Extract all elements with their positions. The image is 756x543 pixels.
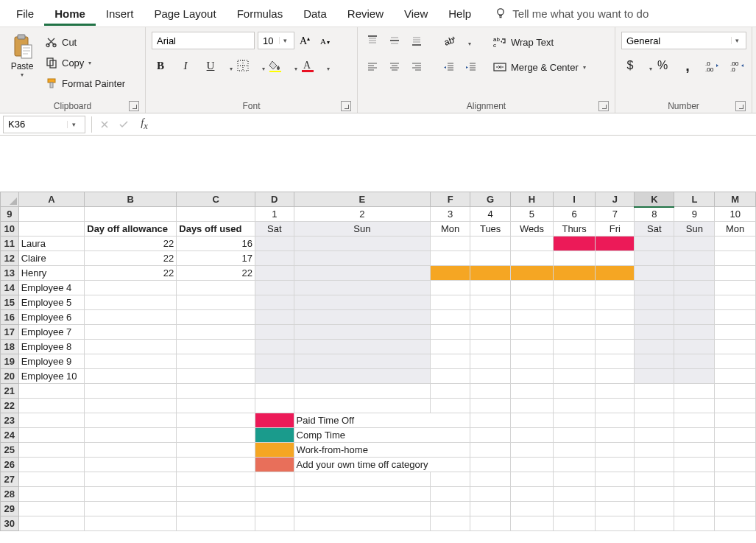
cell-M20[interactable] <box>715 369 756 384</box>
cell-C22[interactable] <box>177 399 255 413</box>
cell-M24[interactable] <box>715 428 756 443</box>
cell-M26[interactable] <box>715 458 756 472</box>
cell-E11[interactable] <box>294 237 430 251</box>
font-name-combo[interactable]: ▾ <box>152 32 255 49</box>
row-header-28[interactable]: 28 <box>1 487 19 502</box>
align-top-button[interactable] <box>364 32 381 49</box>
col-header-H[interactable]: H <box>511 192 554 207</box>
cell-E29[interactable] <box>294 502 430 516</box>
cell-K25[interactable] <box>635 443 674 458</box>
row-header-17[interactable]: 17 <box>1 325 19 340</box>
formula-input[interactable] <box>152 116 756 133</box>
cell-M30[interactable] <box>715 516 756 531</box>
cell-H24[interactable] <box>511 428 554 443</box>
cell-I23[interactable] <box>553 413 596 428</box>
col-header-J[interactable]: J <box>596 192 635 207</box>
font-size-dropdown[interactable]: ▾ <box>279 37 291 44</box>
cell-I16[interactable] <box>553 310 596 325</box>
cell-C9[interactable] <box>177 207 255 222</box>
cell-G25[interactable] <box>470 443 511 458</box>
row-header-11[interactable]: 11 <box>1 237 19 251</box>
cell-G18[interactable] <box>470 340 511 354</box>
cell-M14[interactable] <box>715 281 756 295</box>
cell-J13[interactable] <box>596 266 635 281</box>
cell-F21[interactable] <box>431 384 470 399</box>
cell-H18[interactable] <box>511 340 554 354</box>
cell-E12[interactable] <box>294 251 430 266</box>
cell-C16[interactable] <box>177 310 255 325</box>
cell-M22[interactable] <box>715 399 756 413</box>
accounting-format-button[interactable]: $ <box>621 57 646 74</box>
cell-F16[interactable] <box>431 310 470 325</box>
cell-C28[interactable] <box>177 487 255 502</box>
cell-K28[interactable] <box>635 487 674 502</box>
cell-F14[interactable] <box>431 281 470 295</box>
cell-G22[interactable] <box>470 399 511 413</box>
tell-me-search[interactable]: Tell me what you want to do <box>495 7 649 20</box>
cell-M10[interactable]: Mon <box>715 222 756 237</box>
cell-C17[interactable] <box>177 325 255 340</box>
cell-C10[interactable]: Days off used <box>177 222 255 237</box>
cell-L24[interactable] <box>674 428 715 443</box>
cell-A27[interactable] <box>18 472 85 487</box>
cell-J30[interactable] <box>596 516 635 531</box>
cell-J16[interactable] <box>596 310 635 325</box>
col-header-L[interactable]: L <box>674 192 715 207</box>
cell-B25[interactable] <box>85 443 177 458</box>
cell-D27[interactable] <box>255 472 294 487</box>
row-header-12[interactable]: 12 <box>1 251 19 266</box>
cell-F22[interactable] <box>431 399 470 413</box>
menu-view[interactable]: View <box>394 1 438 26</box>
cell-J11[interactable] <box>596 237 635 251</box>
menu-data[interactable]: Data <box>293 1 337 26</box>
cell-L12[interactable] <box>674 251 715 266</box>
cell-M28[interactable] <box>715 487 756 502</box>
font-dialog-launcher[interactable] <box>341 101 351 111</box>
cell-I21[interactable] <box>553 384 596 399</box>
cell-G16[interactable] <box>470 310 511 325</box>
cell-I22[interactable] <box>553 399 596 413</box>
cell-L13[interactable] <box>674 266 715 281</box>
cell-G13[interactable] <box>470 266 511 281</box>
increase-decimal-button[interactable]: .0.00 <box>704 57 721 74</box>
cell-I9[interactable]: 6 <box>553 207 596 222</box>
cell-A16[interactable]: Employee 6 <box>18 310 85 325</box>
cell-E23[interactable]: Paid Time Off <box>294 413 430 428</box>
cell-M17[interactable] <box>715 325 756 340</box>
select-all-corner[interactable] <box>1 192 19 207</box>
cell-C30[interactable] <box>177 516 255 531</box>
decrease-font-button[interactable]: A▾ <box>318 32 336 49</box>
cell-F23[interactable] <box>431 413 470 428</box>
cell-C12[interactable]: 17 <box>177 251 255 266</box>
cell-H14[interactable] <box>511 281 554 295</box>
cell-E15[interactable] <box>294 295 430 310</box>
col-header-E[interactable]: E <box>294 192 430 207</box>
col-header-B[interactable]: B <box>85 192 177 207</box>
cell-J24[interactable] <box>596 428 635 443</box>
cell-A18[interactable]: Employee 8 <box>18 340 85 354</box>
cell-K16[interactable] <box>635 310 674 325</box>
cell-D9[interactable]: 1 <box>255 207 294 222</box>
cell-B18[interactable] <box>85 340 177 354</box>
cell-B26[interactable] <box>85 458 177 472</box>
cell-K12[interactable] <box>635 251 674 266</box>
align-left-button[interactable] <box>364 58 381 76</box>
cell-M25[interactable] <box>715 443 756 458</box>
cell-H22[interactable] <box>511 399 554 413</box>
cell-B16[interactable] <box>85 310 177 325</box>
row-header-14[interactable]: 14 <box>1 281 19 295</box>
cell-F25[interactable] <box>431 443 470 458</box>
number-format-dropdown[interactable]: ▾ <box>731 37 743 44</box>
cell-B15[interactable] <box>85 295 177 310</box>
name-box[interactable]: ▾ <box>3 116 85 133</box>
number-dialog-launcher[interactable] <box>735 101 746 111</box>
underline-button[interactable]: U <box>202 57 227 74</box>
menu-help[interactable]: Help <box>438 1 481 26</box>
cell-F30[interactable] <box>431 516 470 531</box>
cell-H10[interactable]: Weds <box>511 222 554 237</box>
row-header-25[interactable]: 25 <box>1 443 19 458</box>
insert-function-button[interactable]: fx <box>133 116 152 133</box>
row-header-18[interactable]: 18 <box>1 340 19 354</box>
cell-K19[interactable] <box>635 354 674 369</box>
cell-E28[interactable] <box>294 487 430 502</box>
